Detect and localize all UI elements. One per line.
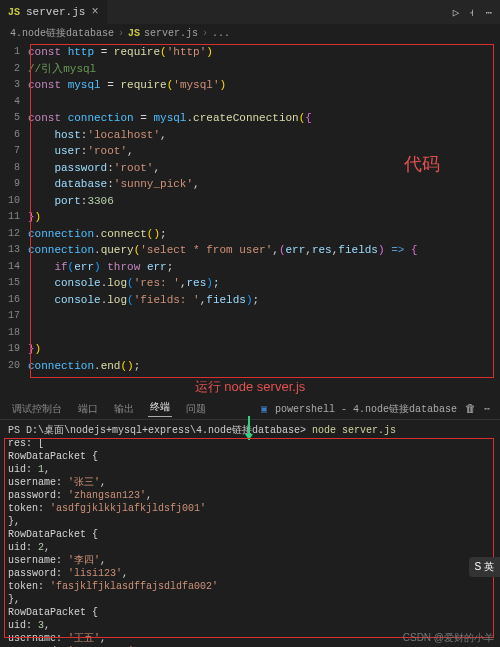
code-line[interactable]: 17 bbox=[0, 308, 500, 325]
line-number: 19 bbox=[0, 341, 28, 358]
code-line[interactable]: 1const http = require('http') bbox=[0, 44, 500, 61]
ime-badge[interactable]: S 英 bbox=[469, 557, 500, 577]
line-number: 16 bbox=[0, 292, 28, 309]
line-number: 7 bbox=[0, 143, 28, 160]
tab-bar: JS server.js × ▷ ⫞ ⋯ bbox=[0, 0, 500, 24]
code-content[interactable]: const connection = mysql.createConnectio… bbox=[28, 110, 312, 127]
terminal-line: RowDataPacket { bbox=[8, 528, 492, 541]
code-line[interactable]: 4 bbox=[0, 94, 500, 111]
code-content[interactable]: const http = require('http') bbox=[28, 44, 213, 61]
terminal-line: }, bbox=[8, 515, 492, 528]
line-number: 1 bbox=[0, 44, 28, 61]
line-number: 6 bbox=[0, 127, 28, 144]
terminal-line: username: '张三', bbox=[8, 476, 492, 489]
split-icon[interactable]: ⫞ bbox=[469, 6, 475, 19]
tab-actions: ▷ ⫞ ⋯ bbox=[453, 6, 500, 19]
terminal-line: uid: 2, bbox=[8, 541, 492, 554]
code-line[interactable]: 12connection.connect(); bbox=[0, 226, 500, 243]
more-icon[interactable]: ⋯ bbox=[485, 6, 492, 19]
code-line[interactable]: 6 host:'localhost', bbox=[0, 127, 500, 144]
code-line[interactable]: 2//引入mysql bbox=[0, 61, 500, 78]
line-number: 17 bbox=[0, 308, 28, 325]
js-file-icon: JS bbox=[128, 28, 140, 39]
line-number: 18 bbox=[0, 325, 28, 342]
panel-tab[interactable]: 输出 bbox=[112, 402, 136, 416]
code-content[interactable]: user:'root', bbox=[28, 143, 134, 160]
panel-tab[interactable]: 端口 bbox=[76, 402, 100, 416]
terminal-line: token: 'fasjklfjklasdffajsdldfa002' bbox=[8, 580, 492, 593]
code-line[interactable]: 10 port:3306 bbox=[0, 193, 500, 210]
code-line[interactable]: 18 bbox=[0, 325, 500, 342]
powershell-icon: ▣ bbox=[261, 403, 267, 415]
code-content[interactable]: }) bbox=[28, 341, 41, 358]
code-content[interactable]: connection.connect(); bbox=[28, 226, 167, 243]
annotation-label-code: 代码 bbox=[404, 152, 440, 176]
terminal-line: username: '李四', bbox=[8, 554, 492, 567]
breadcrumb-file[interactable]: server.js bbox=[144, 28, 198, 39]
panel-tab[interactable]: 终端 bbox=[148, 400, 172, 417]
code-content[interactable]: password:'root', bbox=[28, 160, 160, 177]
code-content[interactable]: console.log('fields: ',fields); bbox=[28, 292, 259, 309]
breadcrumb-trail: ... bbox=[212, 28, 230, 39]
terminal-line: token: 'asdfgjklkkjlafkjldsfj001' bbox=[8, 502, 492, 515]
code-content[interactable]: }) bbox=[28, 209, 41, 226]
code-line[interactable]: 19}) bbox=[0, 341, 500, 358]
code-content[interactable]: database:'sunny_pick', bbox=[28, 176, 200, 193]
code-content[interactable]: //引入mysql bbox=[28, 61, 96, 78]
watermark: CSDN @爱财的小羊 bbox=[403, 631, 494, 645]
terminal-panel[interactable]: PS D:\桌面\nodejs+mysql+express\4.node链接da… bbox=[0, 420, 500, 645]
line-number: 20 bbox=[0, 358, 28, 375]
js-file-icon: JS bbox=[8, 7, 20, 18]
panel-tab[interactable]: 问题 bbox=[184, 402, 208, 416]
line-number: 5 bbox=[0, 110, 28, 127]
line-number: 15 bbox=[0, 275, 28, 292]
breadcrumb-folder[interactable]: 4.node链接database bbox=[10, 26, 114, 40]
line-number: 2 bbox=[0, 61, 28, 78]
code-content[interactable]: host:'localhost', bbox=[28, 127, 167, 144]
line-number: 3 bbox=[0, 77, 28, 94]
line-number: 11 bbox=[0, 209, 28, 226]
line-number: 13 bbox=[0, 242, 28, 259]
code-content[interactable]: connection.query('select * from user',(e… bbox=[28, 242, 418, 259]
trash-icon[interactable]: 🗑 bbox=[465, 402, 476, 415]
tab-filename: server.js bbox=[26, 6, 85, 18]
more-icon[interactable]: ⋯ bbox=[484, 403, 490, 415]
terminal-line: }, bbox=[8, 593, 492, 606]
line-number: 4 bbox=[0, 94, 28, 111]
code-line[interactable]: 9 database:'sunny_pick', bbox=[0, 176, 500, 193]
line-number: 14 bbox=[0, 259, 28, 276]
chevron-right-icon: › bbox=[202, 28, 208, 39]
code-content[interactable]: console.log('res: ',res); bbox=[28, 275, 220, 292]
code-line[interactable]: 5const connection = mysql.createConnecti… bbox=[0, 110, 500, 127]
code-content[interactable]: port:3306 bbox=[28, 193, 114, 210]
breadcrumb[interactable]: 4.node链接database › JS server.js › ... bbox=[0, 24, 500, 42]
line-number: 12 bbox=[0, 226, 28, 243]
annotation-label-run: 运行 node server.js bbox=[0, 376, 500, 398]
code-line[interactable]: 14 if(err) throw err; bbox=[0, 259, 500, 276]
terminal-line: RowDataPacket { bbox=[8, 606, 492, 619]
code-content[interactable]: connection.end(); bbox=[28, 358, 140, 375]
line-number: 8 bbox=[0, 160, 28, 177]
code-line[interactable]: 3const mysql = require('mysql') bbox=[0, 77, 500, 94]
code-line[interactable]: 15 console.log('res: ',res); bbox=[0, 275, 500, 292]
code-content[interactable]: const mysql = require('mysql') bbox=[28, 77, 226, 94]
terminal-line: password: 'lisi123', bbox=[8, 567, 492, 580]
annotation-arrow bbox=[248, 416, 250, 440]
terminal-line: RowDataPacket { bbox=[8, 450, 492, 463]
code-content[interactable]: if(err) throw err; bbox=[28, 259, 173, 276]
close-icon[interactable]: × bbox=[91, 5, 98, 19]
line-number: 10 bbox=[0, 193, 28, 210]
run-icon[interactable]: ▷ bbox=[453, 6, 460, 19]
code-line[interactable]: 20connection.end(); bbox=[0, 358, 500, 375]
panel-tab[interactable]: 调试控制台 bbox=[10, 402, 64, 416]
panel-tabs: 调试控制台端口输出终端问题 ▣ powershell - 4.node链接dat… bbox=[0, 398, 500, 420]
code-line[interactable]: 16 console.log('fields: ',fields); bbox=[0, 292, 500, 309]
terminal-line: uid: 1, bbox=[8, 463, 492, 476]
file-tab[interactable]: JS server.js × bbox=[0, 0, 107, 24]
code-line[interactable]: 11}) bbox=[0, 209, 500, 226]
line-number: 9 bbox=[0, 176, 28, 193]
code-editor[interactable]: 代码 1const http = require('http')2//引入mys… bbox=[0, 42, 500, 376]
code-line[interactable]: 13connection.query('select * from user',… bbox=[0, 242, 500, 259]
terminal-line: password: 'zhangsan123', bbox=[8, 489, 492, 502]
terminal-session-label[interactable]: powershell - 4.node链接database bbox=[275, 402, 457, 416]
